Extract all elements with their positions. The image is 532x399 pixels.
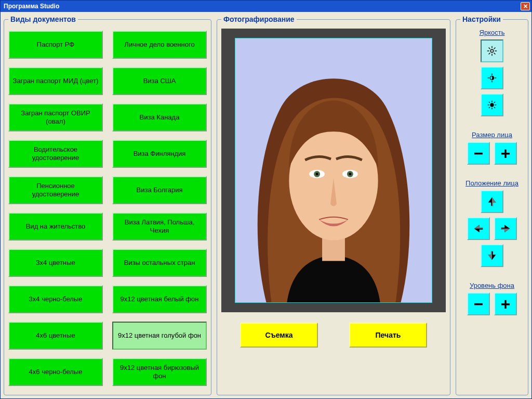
doc-type-button[interactable]: 3x4 черно-белые bbox=[8, 285, 103, 313]
doc-type-button[interactable]: Виза США bbox=[112, 67, 207, 95]
doc-type-button-selected[interactable]: 9x12 цветная голубой фон bbox=[112, 322, 207, 350]
svg-point-9 bbox=[490, 49, 494, 52]
bg-level-increase-button[interactable]: + bbox=[494, 292, 517, 315]
arrow-up-icon bbox=[486, 196, 498, 207]
document-types-panel: Виды документов Паспорт РФ Личное дело в… bbox=[4, 15, 211, 395]
svg-line-16 bbox=[489, 53, 490, 55]
doc-type-button[interactable]: Виза Латвия, Польша, Чехия bbox=[112, 212, 207, 241]
close-button[interactable]: ✕ bbox=[521, 2, 530, 10]
svg-line-31 bbox=[494, 102, 495, 103]
svg-point-7 bbox=[316, 172, 318, 175]
doc-type-button[interactable]: 4x6 черно-белые bbox=[8, 358, 103, 386]
doc-type-button[interactable]: Виза Канада bbox=[112, 103, 207, 131]
doc-type-button[interactable]: Паспорт РФ bbox=[8, 31, 103, 59]
face-size-label: Размер лица bbox=[472, 131, 512, 139]
photo-panel-title: Фотографирование bbox=[221, 15, 297, 23]
doc-type-button[interactable]: 4x6 цветные bbox=[8, 322, 103, 350]
brightness-low-button[interactable] bbox=[481, 94, 503, 116]
doc-type-button[interactable]: Загран паспорт МИД (цвет) bbox=[8, 67, 103, 95]
brightness-mid-button[interactable] bbox=[481, 66, 503, 89]
close-icon: ✕ bbox=[523, 4, 528, 9]
doc-type-button[interactable]: Визы остальных стран bbox=[112, 249, 207, 277]
document-types-title: Виды документов bbox=[8, 15, 78, 23]
sun-half-icon bbox=[486, 72, 498, 84]
photo-frame bbox=[221, 29, 446, 312]
capture-button[interactable]: Съемка bbox=[240, 323, 318, 348]
arrow-down-icon bbox=[486, 250, 498, 261]
sun-dark-icon bbox=[486, 99, 498, 111]
plus-icon: + bbox=[501, 145, 510, 161]
photo-panel: Фотографирование bbox=[217, 15, 450, 395]
svg-point-8 bbox=[349, 172, 351, 175]
title-bar: Программа Studio ✕ bbox=[1, 1, 531, 12]
svg-point-23 bbox=[490, 103, 494, 107]
face-size-increase-button[interactable]: + bbox=[494, 142, 517, 165]
doc-type-button[interactable]: Пенсионное удостоверение bbox=[8, 176, 103, 204]
face-move-down-button[interactable] bbox=[481, 244, 503, 267]
portrait-placeholder-icon bbox=[235, 38, 432, 302]
doc-type-button[interactable]: Вид на жительство bbox=[8, 212, 103, 241]
window-title: Программа Studio bbox=[4, 3, 59, 10]
sun-bright-icon bbox=[486, 45, 498, 57]
svg-line-15 bbox=[494, 53, 496, 55]
doc-type-button[interactable]: 3x4 цветные bbox=[8, 249, 103, 277]
settings-panel: Настройки Яркость bbox=[456, 15, 528, 395]
bg-level-label: Уровень фона bbox=[470, 282, 514, 289]
brightness-label: Яркость bbox=[480, 29, 505, 36]
arrow-right-icon bbox=[500, 223, 511, 234]
doc-type-button[interactable]: 9x12 цветная бирюзовый фон bbox=[112, 358, 207, 386]
doc-type-button[interactable]: Водительское удостоверение bbox=[8, 140, 103, 168]
print-button[interactable]: Печать bbox=[349, 323, 427, 348]
plus-icon: + bbox=[501, 296, 510, 312]
svg-line-29 bbox=[494, 107, 495, 108]
minus-icon: − bbox=[474, 296, 483, 312]
brightness-high-button[interactable] bbox=[481, 39, 503, 62]
minus-icon: − bbox=[474, 145, 483, 161]
doc-type-button[interactable]: Виза Болгария bbox=[112, 176, 207, 204]
doc-type-button[interactable]: 9x12 цветная белый фон bbox=[112, 285, 207, 313]
face-position-label: Положение лица bbox=[466, 179, 518, 187]
bg-level-decrease-button[interactable]: − bbox=[467, 292, 490, 315]
face-move-right-button[interactable] bbox=[494, 217, 517, 240]
face-move-left-button[interactable] bbox=[467, 217, 490, 240]
settings-title: Настройки bbox=[460, 15, 503, 23]
svg-line-17 bbox=[494, 48, 496, 49]
face-size-decrease-button[interactable]: − bbox=[467, 142, 490, 165]
face-move-up-button[interactable] bbox=[481, 190, 503, 213]
doc-type-button[interactable]: Загран паспорт ОВИР (овал) bbox=[8, 103, 103, 131]
svg-line-30 bbox=[489, 107, 490, 108]
doc-type-button[interactable]: Личное дело военного bbox=[112, 31, 207, 59]
photo-preview bbox=[235, 38, 432, 303]
svg-line-14 bbox=[489, 48, 490, 49]
doc-type-button[interactable]: Виза Финляндия bbox=[112, 140, 207, 168]
arrow-left-icon bbox=[473, 223, 484, 234]
svg-line-28 bbox=[489, 102, 490, 103]
